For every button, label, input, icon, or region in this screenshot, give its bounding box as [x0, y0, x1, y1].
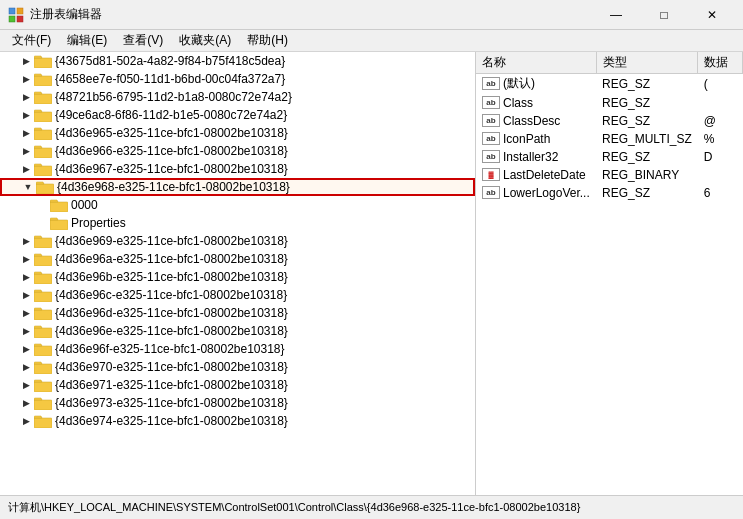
expander-icon[interactable]: ▶ — [20, 55, 32, 67]
tree-item-label: Properties — [71, 216, 126, 230]
reg-data: D — [698, 148, 743, 166]
tree-item[interactable]: ▶ {49ce6ac8-6f86-11d2-b1e5-0080c72e74a2} — [0, 106, 475, 124]
title-bar-text: 注册表编辑器 — [30, 6, 593, 23]
reg-name: ab IconPath — [476, 130, 596, 148]
maximize-button[interactable]: □ — [641, 0, 687, 30]
table-row[interactable]: ab LowerLogoVer... REG_SZ 6 — [476, 184, 743, 202]
tree-item[interactable]: 0000 — [0, 196, 475, 214]
tree-item-label: {4d36e966-e325-11ce-bfc1-08002be10318} — [55, 144, 288, 158]
expander-icon[interactable]: ▶ — [20, 109, 32, 121]
svg-rect-0 — [9, 8, 15, 14]
close-button[interactable]: ✕ — [689, 0, 735, 30]
tree-item[interactable]: ▶ {4d36e96f-e325-11ce-bfc1-08002be10318} — [0, 340, 475, 358]
expander-icon[interactable]: ▶ — [20, 91, 32, 103]
reg-name: ▓ LastDeleteDate — [476, 166, 596, 184]
menu-help[interactable]: 帮助(H) — [239, 31, 296, 51]
tree-item[interactable]: ▶ {4d36e96c-e325-11ce-bfc1-08002be10318} — [0, 286, 475, 304]
col-name: 名称 — [476, 52, 596, 74]
tree-item[interactable]: ▶ {43675d81-502a-4a82-9f84-b75f418c5dea} — [0, 52, 475, 70]
reg-name: ab (默认) — [476, 74, 596, 94]
expander-icon[interactable]: ▶ — [20, 307, 32, 319]
expander-icon[interactable]: ▶ — [20, 289, 32, 301]
tree-item[interactable]: ▶ {4d36e96b-e325-11ce-bfc1-08002be10318} — [0, 268, 475, 286]
tree-item[interactable]: ▶ {4d36e96a-e325-11ce-bfc1-08002be10318} — [0, 250, 475, 268]
tree-item-label: {4d36e967-e325-11ce-bfc1-08002be10318} — [55, 162, 288, 176]
tree-item[interactable]: Properties — [0, 214, 475, 232]
tree-item[interactable]: ▶ {4d36e974-e325-11ce-bfc1-08002be10318} — [0, 412, 475, 430]
title-bar: 注册表编辑器 — □ ✕ — [0, 0, 743, 30]
title-bar-buttons: — □ ✕ — [593, 0, 735, 30]
tree-item-label: {49ce6ac8-6f86-11d2-b1e5-0080c72e74a2} — [55, 108, 287, 122]
reg-data — [698, 166, 743, 184]
expander-icon[interactable]: ▶ — [20, 145, 32, 157]
reg-type: REG_SZ — [596, 112, 698, 130]
menu-file[interactable]: 文件(F) — [4, 31, 59, 51]
expander-icon[interactable]: ▶ — [20, 415, 32, 427]
tree-item[interactable]: ▶ {4d36e970-e325-11ce-bfc1-08002be10318} — [0, 358, 475, 376]
expander-icon[interactable]: ▶ — [20, 379, 32, 391]
tree-item[interactable]: ▼ {4d36e968-e325-11ce-bfc1-08002be10318} — [0, 178, 475, 196]
svg-rect-2 — [9, 16, 15, 22]
reg-type: REG_SZ — [596, 94, 698, 112]
tree-item-label: {4d36e973-e325-11ce-bfc1-08002be10318} — [55, 396, 288, 410]
reg-type: REG_MULTI_SZ — [596, 130, 698, 148]
reg-type: REG_SZ — [596, 184, 698, 202]
tree-item-label: {4d36e96d-e325-11ce-bfc1-08002be10318} — [55, 306, 288, 320]
tree-item[interactable]: ▶ {4d36e965-e325-11ce-bfc1-08002be10318} — [0, 124, 475, 142]
tree-item-label: {4d36e969-e325-11ce-bfc1-08002be10318} — [55, 234, 288, 248]
tree-item[interactable]: ▶ {48721b56-6795-11d2-b1a8-0080c72e74a2} — [0, 88, 475, 106]
tree-item[interactable]: ▶ {4d36e973-e325-11ce-bfc1-08002be10318} — [0, 394, 475, 412]
table-row[interactable]: ab Class REG_SZ — [476, 94, 743, 112]
table-row[interactable]: ab IconPath REG_MULTI_SZ % — [476, 130, 743, 148]
reg-data: 6 — [698, 184, 743, 202]
expander-icon[interactable]: ▶ — [20, 253, 32, 265]
expander-icon[interactable]: ▶ — [20, 163, 32, 175]
tree-item-label: {4d36e96a-e325-11ce-bfc1-08002be10318} — [55, 252, 288, 266]
menu-view[interactable]: 查看(V) — [115, 31, 171, 51]
tree-item-label: {4d36e965-e325-11ce-bfc1-08002be10318} — [55, 126, 288, 140]
tree-item[interactable]: ▶ {4658ee7e-f050-11d1-b6bd-00c04fa372a7} — [0, 70, 475, 88]
expander-icon[interactable]: ▶ — [20, 325, 32, 337]
reg-data: @ — [698, 112, 743, 130]
tree-item-label: 0000 — [71, 198, 98, 212]
reg-type: REG_SZ — [596, 148, 698, 166]
reg-data: % — [698, 130, 743, 148]
reg-name: ab Installer32 — [476, 148, 596, 166]
tree-item[interactable]: ▶ {4d36e96d-e325-11ce-bfc1-08002be10318} — [0, 304, 475, 322]
expander-icon[interactable]: ▶ — [20, 127, 32, 139]
status-bar: 计算机\HKEY_LOCAL_MACHINE\SYSTEM\ControlSet… — [0, 495, 743, 519]
expander-icon[interactable]: ▶ — [20, 397, 32, 409]
tree-item-label: {43675d81-502a-4a82-9f84-b75f418c5dea} — [55, 54, 285, 68]
expander-icon[interactable]: ▶ — [20, 73, 32, 85]
tree-item[interactable]: ▶ {4d36e967-e325-11ce-bfc1-08002be10318} — [0, 160, 475, 178]
app-icon — [8, 7, 24, 23]
tree-item[interactable]: ▶ {4d36e966-e325-11ce-bfc1-08002be10318} — [0, 142, 475, 160]
tree-item-label: {4d36e96b-e325-11ce-bfc1-08002be10318} — [55, 270, 288, 284]
reg-type: REG_SZ — [596, 74, 698, 94]
tree-scroll[interactable]: ▶ {43675d81-502a-4a82-9f84-b75f418c5dea}… — [0, 52, 475, 495]
reg-data: ( — [698, 74, 743, 94]
expander-icon[interactable]: ▶ — [20, 235, 32, 247]
table-row[interactable]: ab ClassDesc REG_SZ @ — [476, 112, 743, 130]
tree-item[interactable]: ▶ {4d36e96e-e325-11ce-bfc1-08002be10318} — [0, 322, 475, 340]
menu-favorites[interactable]: 收藏夹(A) — [171, 31, 239, 51]
col-data: 数据 — [698, 52, 743, 74]
expander-icon[interactable]: ▶ — [20, 271, 32, 283]
tree-item[interactable]: ▶ {4d36e969-e325-11ce-bfc1-08002be10318} — [0, 232, 475, 250]
minimize-button[interactable]: — — [593, 0, 639, 30]
expander-icon[interactable]: ▶ — [20, 361, 32, 373]
svg-rect-3 — [17, 16, 23, 22]
menu-bar: 文件(F) 编辑(E) 查看(V) 收藏夹(A) 帮助(H) — [0, 30, 743, 52]
table-row[interactable]: ab (默认) REG_SZ ( — [476, 74, 743, 94]
tree-item-label: {4d36e970-e325-11ce-bfc1-08002be10318} — [55, 360, 288, 374]
table-row[interactable]: ab Installer32 REG_SZ D — [476, 148, 743, 166]
tree-item[interactable]: ▶ {4d36e971-e325-11ce-bfc1-08002be10318} — [0, 376, 475, 394]
table-row[interactable]: ▓ LastDeleteDate REG_BINARY — [476, 166, 743, 184]
reg-name: ab LowerLogoVer... — [476, 184, 596, 202]
expander-icon[interactable]: ▼ — [22, 181, 34, 193]
menu-edit[interactable]: 编辑(E) — [59, 31, 115, 51]
tree-item-label: {4d36e971-e325-11ce-bfc1-08002be10318} — [55, 378, 288, 392]
reg-name: ab Class — [476, 94, 596, 112]
expander-icon[interactable]: ▶ — [20, 343, 32, 355]
tree-item-label: {4d36e96c-e325-11ce-bfc1-08002be10318} — [55, 288, 287, 302]
